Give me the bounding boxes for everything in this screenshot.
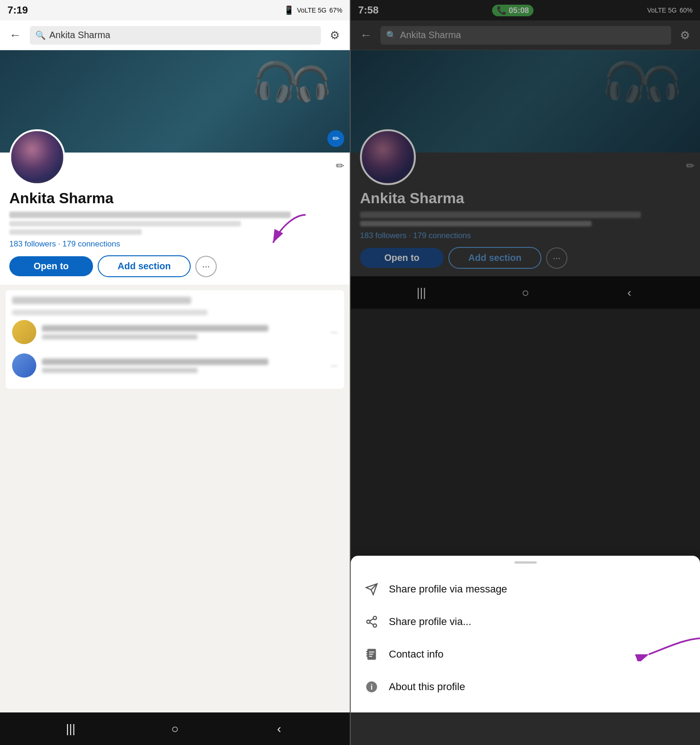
svg-point-5 — [373, 624, 377, 627]
left-add-section-button[interactable]: Add section — [98, 255, 191, 277]
right-back-button[interactable]: ← — [356, 26, 376, 44]
left-suggested-desc-1-blurred — [42, 334, 198, 339]
right-about-icon: i — [364, 679, 380, 695]
right-search-box[interactable]: 🔍 Ankita Sharma — [380, 26, 671, 45]
left-edit-cover-button[interactable]: ✏ — [327, 130, 344, 147]
left-time: 7:19 — [7, 4, 28, 16]
right-contact-icon — [364, 646, 380, 662]
left-whatsapp-icon: 📱 — [284, 5, 294, 15]
right-sheet-handle — [514, 561, 537, 564]
left-connections[interactable]: 183 followers · 179 connections — [9, 239, 340, 249]
left-suggested-desc-2-blurred — [42, 368, 198, 373]
left-nav-back-button[interactable]: ‹ — [265, 715, 293, 743]
left-signal: VoLTE 5G — [297, 7, 327, 14]
right-edit-profile-button[interactable]: ✏ — [686, 160, 694, 172]
left-suggested-sub-blurred — [12, 310, 207, 315]
svg-point-3 — [373, 616, 377, 619]
svg-rect-11 — [366, 655, 368, 656]
left-earphone-right-icon: 🎧 — [288, 61, 334, 106]
left-suggested-avatar-2 — [12, 353, 36, 378]
left-status-bar: 7:19 📱 VoLTE 5G 67% — [0, 0, 350, 20]
right-profile-name: Ankita Sharma — [360, 190, 691, 207]
left-nav-home-button[interactable]: ○ — [161, 715, 189, 743]
right-bottom-nav: ||| ○ ‹ — [351, 276, 700, 309]
right-nav-bar: ← 🔍 Ankita Sharma ⚙ — [351, 20, 700, 50]
left-profile-subtitle-blurred — [9, 221, 241, 226]
svg-rect-13 — [369, 654, 373, 655]
left-profile-name: Ankita Sharma — [9, 190, 340, 207]
right-battery: 60% — [680, 7, 693, 14]
left-profile-section: ✏ Ankita Sharma 183 followers · 179 conn… — [0, 153, 350, 285]
left-suggested-info-1 — [42, 325, 325, 339]
right-profile-subtitle-blurred — [360, 221, 592, 226]
left-suggested-card: ··· ··· — [6, 290, 344, 389]
left-more-button[interactable]: ··· — [195, 256, 217, 277]
svg-text:i: i — [371, 683, 373, 691]
right-contact-info-label: Contact info — [389, 648, 443, 660]
right-status-bar: 7:58 📞 05:08 VoLTE 5G 60% — [351, 0, 700, 20]
right-call-time: 05:08 — [509, 6, 529, 15]
right-open-to-button[interactable]: Open to — [360, 248, 444, 268]
left-open-to-button[interactable]: Open to — [9, 256, 93, 276]
right-call-badge: 📞 05:08 — [492, 5, 533, 16]
left-suggested-info-2 — [42, 359, 325, 373]
right-nav-menu-button[interactable]: ||| — [407, 279, 435, 306]
left-phone-panel: 7:19 📱 VoLTE 5G 67% ← 🔍 Ankita Sharma ⚙ … — [0, 0, 350, 745]
left-back-button[interactable]: ← — [6, 26, 25, 44]
right-more-button[interactable]: ··· — [546, 247, 567, 269]
svg-point-4 — [367, 620, 370, 624]
right-connections[interactable]: 183 followers · 179 connections — [360, 231, 691, 240]
svg-line-7 — [370, 619, 373, 621]
right-status-icons: VoLTE 5G 60% — [647, 7, 693, 14]
right-earphone-right-icon: 🎧 — [638, 61, 685, 106]
svg-rect-12 — [369, 652, 374, 652]
right-sheet-item-share-via[interactable]: Share profile via... — [351, 605, 700, 638]
right-contact-arrow — [635, 633, 700, 663]
left-avatar — [9, 129, 65, 185]
right-settings-icon[interactable]: ⚙ — [676, 26, 694, 45]
left-search-icon: 🔍 — [35, 30, 46, 40]
left-avatar-image — [11, 131, 63, 183]
left-status-icons: 📱 VoLTE 5G 67% — [284, 5, 342, 15]
svg-line-6 — [370, 623, 373, 625]
right-bottom-sheet: Share profile via message Share profile … — [351, 556, 700, 712]
right-sheet-item-contact[interactable]: Contact info — [351, 638, 700, 671]
left-suggested-item-1[interactable]: ··· — [12, 315, 338, 349]
right-nav-home-button[interactable]: ○ — [511, 279, 539, 306]
left-nav-menu-button[interactable]: ||| — [57, 715, 85, 743]
left-suggested-name-1-blurred — [42, 325, 268, 332]
right-nav-back-button[interactable]: ‹ — [615, 279, 643, 306]
right-call-icon: 📞 — [497, 6, 509, 15]
left-profile-location-blurred — [9, 229, 142, 235]
left-suggested-name-2-blurred — [42, 359, 268, 365]
left-battery: 67% — [329, 7, 342, 14]
right-about-label: About this profile — [389, 681, 465, 693]
right-sheet-item-about[interactable]: i About this profile — [351, 671, 700, 703]
right-add-section-button[interactable]: Add section — [448, 247, 541, 269]
left-search-text: Ankita Sharma — [49, 30, 110, 40]
right-avatar — [360, 129, 416, 185]
svg-rect-14 — [369, 656, 372, 657]
right-share-via-label: Share profile via... — [389, 616, 471, 628]
left-settings-icon[interactable]: ⚙ — [326, 26, 344, 45]
left-nav-bar: ← 🔍 Ankita Sharma ⚙ — [0, 20, 350, 50]
left-suggested-avatar-1 — [12, 320, 36, 344]
left-suggested-num-2: ··· — [331, 361, 338, 371]
right-profile-title-blurred — [360, 212, 641, 218]
left-suggested-title-blurred — [12, 297, 191, 304]
right-search-icon: 🔍 — [386, 30, 396, 40]
right-phone-panel: 7:58 📞 05:08 VoLTE 5G 60% ← 🔍 Ankita Sha… — [350, 0, 700, 745]
left-edit-profile-button[interactable]: ✏ — [336, 160, 344, 172]
right-share-icon — [364, 614, 380, 630]
right-signal: VoLTE 5G — [647, 7, 677, 14]
left-profile-title-blurred — [9, 212, 291, 218]
left-search-box[interactable]: 🔍 Ankita Sharma — [30, 26, 321, 45]
left-suggested-item-2[interactable]: ··· — [12, 349, 338, 382]
right-profile-section: ✏ Ankita Sharma 183 followers · 179 conn… — [351, 153, 700, 276]
right-sheet-item-share-message[interactable]: Share profile via message — [351, 573, 700, 605]
svg-rect-9 — [366, 651, 368, 652]
right-share-message-label: Share profile via message — [389, 583, 507, 595]
right-search-text: Ankita Sharma — [400, 30, 461, 40]
left-content-area: ··· ··· — [0, 285, 350, 712]
right-avatar-image — [362, 131, 414, 183]
